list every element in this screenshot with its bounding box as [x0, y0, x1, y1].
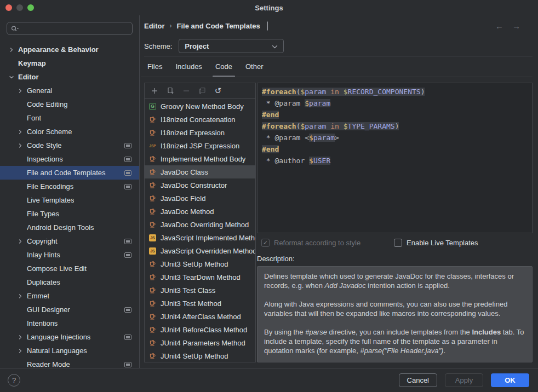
sidebar-item-reader-mode[interactable]: Reader Mode	[0, 358, 139, 368]
sidebar-item-file-encodings[interactable]: File Encodings	[0, 180, 139, 193]
sidebar-item-language-injections[interactable]: Language Injections	[0, 330, 139, 344]
template-item-javadoc-overriding-method[interactable]: JavaDoc Overriding Method	[145, 218, 255, 231]
duplicate-icon[interactable]	[198, 87, 206, 95]
cancel-button[interactable]: Cancel	[399, 373, 437, 387]
tab-includes[interactable]: Includes	[169, 56, 208, 77]
tab-code[interactable]: Code	[209, 56, 239, 77]
template-item-javadoc-method[interactable]: JavaDoc Method	[145, 205, 255, 218]
template-item-javascript-implemented-method[interactable]: JSJavaScript Implemented Method	[145, 231, 255, 244]
sidebar-item-font[interactable]: Font	[0, 111, 139, 125]
tab-label: Code	[215, 62, 232, 71]
chevron-right-icon[interactable]	[18, 293, 27, 299]
chevron-right-icon[interactable]	[18, 129, 27, 135]
sidebar-item-duplicates[interactable]: Duplicates	[0, 275, 139, 289]
java-template-icon	[148, 182, 157, 189]
java-template-icon	[148, 274, 157, 281]
screen-icon	[124, 184, 131, 189]
chevron-right-icon[interactable]	[18, 348, 27, 354]
javascript-icon: JS	[149, 234, 156, 241]
sidebar-item-label: File and Code Templates	[27, 169, 106, 177]
create-template-icon[interactable]	[167, 87, 174, 95]
sidebar-item-editor[interactable]: Editor	[0, 70, 139, 84]
java-template-icon	[148, 353, 157, 360]
template-code-editor[interactable]: #foreach($param in $RECORD_COMPONENTS) *…	[257, 83, 533, 233]
description-label: Description:	[257, 255, 533, 263]
sidebar-item-intentions[interactable]: Intentions	[0, 316, 139, 330]
sidebar-item-natural-languages[interactable]: Natural Languages	[0, 344, 139, 358]
sidebar-item-file-and-code-templates[interactable]: File and Code Templates	[0, 166, 139, 180]
code-line: #foreach($param in $RECORD_COMPONENTS)	[262, 86, 528, 97]
template-item-implemented-method-body[interactable]: Implemented Method Body	[145, 152, 255, 165]
scheme-select[interactable]: Project	[179, 39, 284, 53]
template-item-i18nized-concatenation[interactable]: I18nized Concatenation	[145, 113, 255, 126]
template-item-junit3-setup-method[interactable]: JUnit3 SetUp Method	[145, 257, 255, 270]
template-item-i18nized-jsp-expression[interactable]: JSPI18nized JSP Expression	[145, 139, 255, 152]
ok-button[interactable]: OK	[491, 373, 529, 387]
sidebar-item-color-scheme[interactable]: Color Scheme	[0, 125, 139, 139]
apply-button[interactable]: Apply	[445, 373, 483, 387]
enable-live-templates-checkbox[interactable]: Enable Live Templates	[394, 239, 478, 247]
sidebar-item-code-editing[interactable]: Code Editing	[0, 97, 139, 111]
remove-icon[interactable]	[182, 87, 190, 95]
sidebar-item-code-style[interactable]: Code Style	[0, 139, 139, 152]
sidebar-item-inlay-hints[interactable]: Inlay Hints	[0, 248, 139, 262]
template-item-junit4-beforeclass-method[interactable]: JUnit4 BeforeClass Method	[145, 323, 255, 336]
tab-other[interactable]: Other	[239, 56, 270, 77]
sidebar-item-copyright[interactable]: Copyright	[0, 234, 139, 248]
template-item-i18nized-expression[interactable]: I18nized Expression	[145, 126, 255, 139]
template-item-javadoc-field[interactable]: JavaDoc Field	[145, 192, 255, 205]
sidebar-item-label: Copyright	[27, 237, 58, 245]
help-button[interactable]: ?	[8, 374, 20, 387]
sidebar-item-general[interactable]: General	[0, 84, 139, 97]
back-arrow-icon[interactable]: ←	[495, 21, 503, 31]
template-item-junit3-test-class[interactable]: JUnit3 Test Class	[145, 284, 255, 297]
chevron-right-icon[interactable]	[18, 88, 27, 94]
template-item-javascript-overridden-method[interactable]: JSJavaScript Overridden Method	[145, 244, 255, 257]
settings-sidebar: Appearance & BehaviorKeymapEditorGeneral…	[0, 15, 140, 368]
chevron-right-icon[interactable]	[18, 143, 27, 148]
reset-icon[interactable]: ↺	[214, 87, 222, 95]
sidebar-item-inspections[interactable]: Inspections	[0, 152, 139, 166]
chevron-right-icon[interactable]	[18, 335, 27, 340]
template-item-label: JUnit3 Test Class	[161, 286, 215, 295]
sidebar-item-live-templates[interactable]: Live Templates	[0, 193, 139, 207]
template-item-junit3-teardown-method[interactable]: JUnit3 TearDown Method	[145, 270, 255, 284]
forward-arrow-icon[interactable]: →	[512, 21, 520, 31]
sidebar-item-keymap[interactable]: Keymap	[0, 56, 139, 70]
breadcrumb-editor[interactable]: Editor	[144, 22, 165, 30]
java-template-icon	[148, 116, 157, 123]
template-item-junit3-test-method[interactable]: JUnit3 Test Method	[145, 297, 255, 310]
template-item-label: JUnit4 BeforeClass Method	[161, 326, 247, 334]
checkbox-unchecked-icon	[394, 239, 402, 247]
template-item-junit4-parameters-method[interactable]: JUnit4 Parameters Method	[145, 336, 255, 349]
template-item-junit4-setup-method[interactable]: JUnit4 SetUp Method	[145, 349, 255, 362]
template-item-groovy-new-method-body[interactable]: GGroovy New Method Body	[145, 100, 255, 113]
javascript-icon: JS	[149, 247, 156, 255]
template-item-junit4-afterclass-method[interactable]: JUnit4 AfterClass Method	[145, 310, 255, 323]
sidebar-item-gui-designer[interactable]: GUI Designer	[0, 303, 139, 316]
template-item-javadoc-class[interactable]: JavaDoc Class	[145, 165, 255, 178]
code-line: * @author $USER	[262, 155, 528, 166]
reformat-checkbox[interactable]: Reformat according to style	[261, 239, 394, 247]
template-item-label: I18nized Expression	[161, 129, 225, 137]
template-item-label: JavaDoc Class	[161, 168, 208, 176]
chevron-right-icon[interactable]	[18, 239, 27, 244]
add-icon[interactable]	[151, 87, 158, 95]
screen-icon	[124, 157, 131, 162]
tab-files[interactable]: Files	[141, 56, 169, 77]
sidebar-item-android-design-tools[interactable]: Android Design Tools	[0, 221, 139, 234]
sidebar-item-appearance-behavior[interactable]: Appearance & Behavior	[0, 43, 139, 56]
template-item-label: JUnit4 SetUp Method	[161, 352, 228, 360]
code-line: * @param <$param>	[262, 132, 528, 143]
search-icon	[11, 25, 19, 32]
chevron-right-icon[interactable]	[9, 47, 18, 53]
settings-search-input[interactable]	[7, 22, 133, 35]
groovy-icon: G	[149, 103, 156, 110]
chevron-down-icon[interactable]	[9, 74, 18, 80]
sidebar-item-compose-live-edit[interactable]: Compose Live Edit	[0, 262, 139, 275]
template-list-panel: ↺ GGroovy New Method BodyI18nized Concat…	[144, 83, 256, 362]
sidebar-item-file-types[interactable]: File Types	[0, 207, 139, 221]
dialog-footer: ? Cancel Apply OK	[0, 368, 538, 392]
template-item-javadoc-constructor[interactable]: JavaDoc Constructor	[145, 178, 255, 192]
sidebar-item-emmet[interactable]: Emmet	[0, 289, 139, 303]
